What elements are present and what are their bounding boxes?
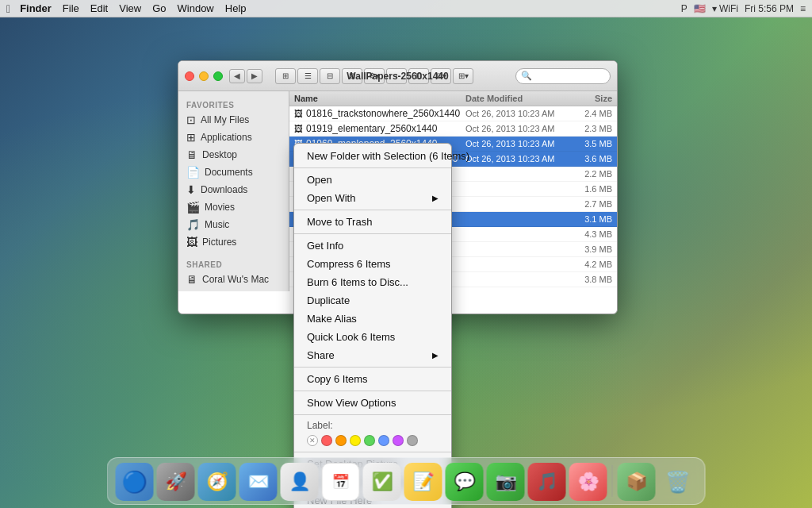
sidebar-item-pictures[interactable]: 🖼 Pictures — [178, 233, 289, 251]
label-dot-color[interactable] — [321, 435, 332, 446]
back-button[interactable]: ◀ — [229, 69, 245, 83]
sidebar-item-coral-mac[interactable]: 🖥 Coral Wu's Mac — [178, 271, 289, 288]
applications-icon: ⊞ — [186, 131, 196, 144]
sidebar-item-label: Downloads — [201, 184, 247, 195]
file-size: 3.6 MB — [569, 154, 612, 164]
dock-icon-messages[interactable]: 💬 — [446, 463, 484, 501]
label-dot-color[interactable] — [393, 435, 404, 446]
label-dot-color[interactable] — [407, 435, 418, 446]
context-menu-item[interactable]: Duplicate — [294, 291, 451, 310]
table-row[interactable]: 🖼01919_elementary_2560x1440 Oct 26, 2013… — [289, 121, 617, 137]
context-menu-item-label: Make Alias — [307, 313, 357, 325]
dock-icon-contacts[interactable]: 👤 — [281, 463, 319, 501]
context-menu-item[interactable]: Share▶ — [294, 346, 451, 364]
column-header: Name Date Modified Size — [289, 91, 617, 106]
more-button[interactable]: ⊞▾ — [453, 68, 473, 84]
sidebar-item-music[interactable]: 🎵 Music — [178, 216, 289, 233]
date-column-header[interactable]: Date Modified — [465, 94, 569, 103]
forward-button[interactable]: ▶ — [247, 69, 262, 83]
context-menu: New Folder with Selection (6 Items)OpenO… — [293, 143, 452, 508]
menu-finder[interactable]: Finder — [20, 2, 52, 14]
user-icon[interactable]: P — [681, 3, 688, 14]
dock-icon-archive[interactable]: 📦 — [618, 463, 656, 501]
label-dot-color[interactable] — [335, 435, 347, 446]
file-date: Oct 26, 2013 10:23 AM — [465, 124, 569, 133]
table-row[interactable]: 🖼01816_trackstonowhere_2560x1440 Oct 26,… — [289, 106, 617, 121]
file-size: 2.7 MB — [569, 199, 612, 209]
context-menu-item[interactable]: Move to Trash — [294, 213, 451, 231]
context-menu-separator — [294, 167, 451, 168]
dock: 🔵 🚀 🧭 ✉️ 👤 📅 ✅ 📝 💬 📷 🎵 — [107, 457, 706, 505]
menu-window[interactable]: Window — [178, 2, 214, 14]
submenu-arrow-icon: ▶ — [432, 351, 439, 360]
apple-menu[interactable]:  — [6, 2, 10, 15]
flag-icon: 🇺🇸 — [694, 3, 706, 14]
context-menu-item[interactable]: Burn 6 Items to Disc... — [294, 273, 451, 291]
sidebar-item-label: Pictures — [202, 237, 236, 248]
notification-icon[interactable]: ≡ — [800, 3, 806, 14]
context-menu-separator — [294, 233, 451, 234]
sidebar-item-label: All My Files — [201, 114, 249, 125]
dock-icon-reminders[interactable]: ✅ — [363, 463, 401, 501]
column-view-button[interactable]: ⊟ — [320, 68, 340, 84]
context-menu-item-label: Duplicate — [307, 294, 350, 306]
dock-icon-mail[interactable]: ✉️ — [239, 463, 278, 501]
label-dot-none[interactable]: ✕ — [307, 435, 318, 446]
dock-icon-photos[interactable]: 🌸 — [569, 463, 607, 501]
file-date: Oct 26, 2013 10:23 AM — [465, 154, 569, 164]
sidebar-item-downloads[interactable]: ⬇ Downloads — [178, 181, 289, 198]
context-menu-separator — [294, 452, 451, 452]
context-menu-item[interactable]: Make Alias — [294, 310, 451, 328]
context-menu-item[interactable]: Compress 6 Items — [294, 255, 451, 273]
close-button[interactable] — [185, 71, 194, 81]
size-column-header[interactable]: Size — [569, 94, 612, 103]
label-colors: ✕ — [294, 433, 451, 449]
context-menu-item[interactable]: Open — [294, 171, 451, 189]
icon-view-button[interactable]: ⊞ — [275, 68, 296, 84]
label-dot-color[interactable] — [350, 435, 361, 446]
context-menu-item[interactable]: New Folder with Selection (6 Items) — [294, 147, 451, 165]
menu-help[interactable]: Help — [225, 2, 247, 14]
sidebar-item-movies[interactable]: 🎬 Movies — [178, 198, 289, 216]
dock-icon-calendar[interactable]: 📅 — [322, 463, 360, 501]
search-box[interactable]: 🔍 — [515, 68, 611, 84]
context-menu-item[interactable]: Show View Options — [294, 394, 451, 412]
list-view-button[interactable]: ☰ — [297, 68, 318, 84]
context-menu-item-label: Compress 6 Items — [307, 258, 390, 270]
context-menu-item[interactable]: Open With▶ — [294, 189, 451, 207]
dock-icon-safari[interactable]: 🧭 — [198, 463, 236, 501]
favorites-label: FAVORITES — [178, 98, 289, 111]
maximize-button[interactable] — [213, 71, 223, 81]
menu-go[interactable]: Go — [152, 2, 166, 14]
sidebar-item-desktop[interactable]: 🖥 Desktop — [178, 146, 289, 164]
documents-icon: 📄 — [186, 166, 200, 179]
sidebar: FAVORITES ⊡ All My Files ⊞ Applications … — [178, 91, 289, 291]
file-icon: 🖼01919_elementary_2560x1440 — [294, 123, 462, 134]
context-menu-item[interactable]: Quick Look 6 Items — [294, 328, 451, 346]
dock-icon-trash[interactable]: 🗑️ — [659, 463, 697, 501]
context-menu-item[interactable]: Get Info — [294, 237, 451, 255]
dock-icon-notes[interactable]: 📝 — [404, 463, 442, 501]
minimize-button[interactable] — [199, 71, 209, 81]
file-thumbnail-icon: 🖼 — [294, 109, 303, 118]
label-dot-color[interactable] — [378, 435, 389, 446]
sidebar-item-applications[interactable]: ⊞ Applications — [178, 129, 289, 146]
dock-icon-facetime[interactable]: 📷 — [487, 463, 525, 501]
name-column-header[interactable]: Name — [294, 94, 465, 103]
dock-icon-itunes[interactable]: 🎵 — [528, 463, 566, 501]
label-dot-color[interactable] — [364, 435, 375, 446]
file-date: Oct 26, 2013 10:23 AM — [465, 109, 569, 118]
menu-file[interactable]: File — [63, 2, 79, 14]
sidebar-item-documents[interactable]: 📄 Documents — [178, 164, 289, 181]
context-menu-item-label: Get Info — [307, 240, 343, 252]
file-size: 4.3 MB — [569, 229, 612, 239]
menu-edit[interactable]: Edit — [90, 2, 108, 14]
dock-icon-finder[interactable]: 🔵 — [116, 463, 154, 501]
music-icon: 🎵 — [186, 218, 200, 231]
nav-buttons: ◀ ▶ — [229, 69, 262, 83]
context-menu-separator — [294, 414, 451, 415]
dock-icon-launchpad[interactable]: 🚀 — [157, 463, 195, 501]
sidebar-item-all-my-files[interactable]: ⊡ All My Files — [178, 111, 289, 129]
context-menu-item[interactable]: Copy 6 Items — [294, 370, 451, 388]
menu-view[interactable]: View — [119, 2, 141, 14]
